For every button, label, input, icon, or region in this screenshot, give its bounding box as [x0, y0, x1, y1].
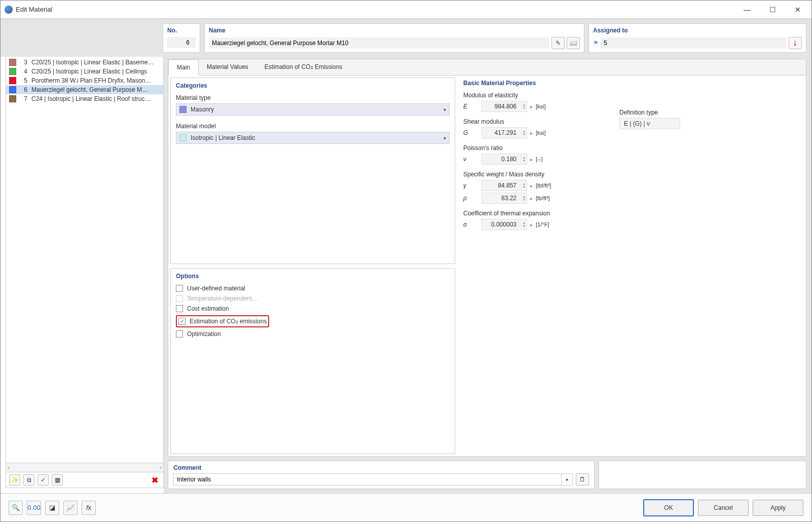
ok-button[interactable]: OK — [643, 499, 694, 516]
material-list-panel: List 1C30/37 | Isotropic | Linear Elasti… — [6, 57, 164, 488]
link-out-icon[interactable]: ▸ — [530, 222, 533, 228]
optimization-checkbox[interactable]: Optimization — [176, 330, 450, 338]
comment-panel: Comment ▾ 🗒 — [168, 461, 595, 489]
color-swatch-icon — [9, 68, 16, 75]
name-label: Name — [209, 27, 580, 34]
left-column: Categories Material type Masonry ▾ Mater… — [168, 76, 457, 456]
main-area: List 1C30/37 | Isotropic | Linear Elasti… — [1, 57, 811, 493]
material-type-color-swatch — [179, 106, 187, 113]
edit-material-window: Edit Material — ☐ ✕ No. Name ✎ 📖 Assigne… — [0, 0, 812, 522]
E-input[interactable]: 984.806▲▼ — [482, 101, 527, 112]
nu-input[interactable]: 0.180▲▼ — [482, 154, 527, 165]
def-type-value[interactable]: E | (G) | ν — [619, 118, 680, 129]
link-out-icon[interactable]: ▸ — [530, 130, 533, 136]
cancel-button[interactable]: Cancel — [698, 500, 749, 516]
sort-icon[interactable]: ✓ — [38, 474, 49, 486]
delete-icon[interactable]: ✖ — [149, 474, 160, 486]
rho-input[interactable]: 83.22▲▼ — [482, 193, 527, 204]
G-input[interactable]: 417.291▲▼ — [482, 127, 527, 138]
units-icon[interactable]: 0.00 — [27, 501, 41, 515]
graph-icon[interactable]: 📈 — [63, 501, 78, 515]
color-swatch-icon — [9, 86, 16, 93]
assigned-label: Assigned to — [593, 27, 802, 34]
tab-material-values[interactable]: Material Values — [199, 59, 256, 75]
color-swatch-icon — [9, 95, 16, 102]
function-icon[interactable]: fx — [82, 501, 96, 515]
color-swatch-icon — [9, 77, 16, 84]
material-list: 1C30/37 | Isotropic | Linear Elastic | F… — [6, 57, 163, 463]
no-block: No. — [163, 23, 200, 53]
list-scrollbar[interactable]: ‹› — [6, 463, 163, 472]
apply-button[interactable]: Apply — [753, 500, 803, 516]
chevron-down-icon[interactable]: ▾ — [561, 474, 572, 485]
material-type-label: Material type — [176, 94, 450, 101]
material-model-label: Material model — [176, 123, 450, 130]
temperature-dependent-checkbox: Temperature-dependent... — [176, 295, 450, 302]
list-item[interactable]: 7C24 | Isotropic | Linear Elastic | Roof… — [6, 94, 163, 103]
prop-row-alpha: α 0.000003▲▼ ▸ [1/°F] — [463, 219, 800, 230]
library-icon[interactable]: 📖 — [567, 37, 580, 49]
link-out-icon[interactable]: ▸ — [530, 104, 533, 109]
assigned-flag-icon: ⚑ — [593, 40, 599, 47]
no-input[interactable] — [167, 37, 196, 48]
color-icon[interactable]: ◪ — [45, 501, 59, 515]
user-defined-checkbox[interactable]: User-defined material — [176, 285, 450, 292]
maximize-button[interactable]: ☐ — [760, 2, 785, 17]
link-out-icon[interactable]: ▸ — [530, 196, 533, 201]
pick-assigned-icon[interactable]: ⭳ — [789, 37, 802, 49]
filter-icon[interactable]: ▦ — [52, 474, 63, 486]
link-out-icon[interactable]: ▸ — [530, 183, 533, 189]
comment-field[interactable]: ▾ — [173, 473, 573, 486]
chevron-down-icon: ▾ — [444, 107, 446, 113]
material-model-color-swatch — [179, 134, 187, 141]
name-input[interactable] — [209, 38, 549, 49]
co2-emissions-checkbox[interactable]: Estimation of CO₂ emissions — [178, 318, 267, 325]
gamma-input[interactable]: 84.857▲▼ — [482, 180, 527, 191]
assigned-input[interactable] — [601, 38, 787, 49]
categories-title: Categories — [176, 82, 450, 89]
options-panel: Options User-defined material Temperatur… — [170, 268, 455, 455]
copy-item-icon[interactable]: ⧉ — [23, 474, 34, 486]
right-area: Main Material Values Estimation of CO₂ E… — [164, 57, 811, 493]
list-item[interactable]: 4C20/25 | Isotropic | Linear Elastic | C… — [6, 67, 163, 76]
cost-estimation-checkbox[interactable]: Cost estimation — [176, 305, 450, 312]
minimize-button[interactable]: — — [734, 2, 760, 17]
material-type-dropdown[interactable]: Masonry ▾ — [176, 103, 450, 116]
modulus-label: Modulus of elasticity — [463, 92, 800, 99]
color-swatch-icon — [9, 59, 16, 66]
sw-label: Specific weight / Mass density — [463, 171, 800, 178]
side-empty-panel — [599, 461, 806, 489]
tab-main[interactable]: Main — [168, 59, 199, 76]
footer: 🔍 0.00 ◪ 📈 fx OK Cancel Apply — [1, 493, 811, 521]
categories-panel: Categories Material type Masonry ▾ Mater… — [170, 78, 455, 264]
list-item[interactable]: 5Porotherm 38 W.i Plan EFH Dryfix, Mason… — [6, 76, 163, 85]
link-out-icon[interactable]: ▸ — [530, 157, 533, 162]
no-label: No. — [167, 27, 196, 34]
prop-row-gamma: γ 84.857▲▼ ▸ [lbf/ft³] — [463, 180, 800, 191]
chevron-down-icon: ▾ — [444, 135, 446, 141]
list-toolbar: ✨ ⧉ ✓ ▦ ✖ — [6, 472, 163, 488]
new-item-icon[interactable]: ✨ — [9, 474, 20, 486]
poisson-label: Poisson's ratio — [463, 144, 800, 152]
close-button[interactable]: ✕ — [785, 2, 810, 17]
options-title: Options — [176, 273, 450, 280]
name-block: Name ✎ 📖 — [204, 23, 584, 53]
tab-co2[interactable]: Estimation of CO₂ Emissions — [256, 59, 351, 75]
list-item[interactable]: 3C20/25 | Isotropic | Linear Elastic | B… — [6, 58, 163, 67]
tabs: Main Material Values Estimation of CO₂ E… — [168, 59, 806, 76]
top-input-row: No. Name ✎ 📖 Assigned to ⚑ ⭳ — [1, 19, 811, 57]
prop-row-rho: ρ 83.22▲▼ ▸ [lb/ft³] — [463, 193, 800, 204]
comment-input[interactable] — [174, 474, 561, 485]
properties-title: Basic Material Properties — [463, 80, 800, 87]
tabs-container: Main Material Values Estimation of CO₂ E… — [168, 59, 806, 457]
titlebar: Edit Material — ☐ ✕ — [1, 1, 811, 19]
comment-action-icon[interactable]: 🗒 — [576, 473, 589, 486]
window-controls: — ☐ ✕ — [734, 2, 810, 17]
tab-body: Categories Material type Masonry ▾ Mater… — [168, 76, 806, 456]
search-settings-icon[interactable]: 🔍 — [9, 501, 23, 515]
edit-name-icon[interactable]: ✎ — [551, 37, 565, 49]
cte-label: Coefficient of thermal expansion — [463, 210, 800, 217]
alpha-input[interactable]: 0.000003▲▼ — [482, 219, 527, 230]
material-model-dropdown[interactable]: Isotropic | Linear Elastic ▾ — [176, 132, 450, 144]
list-item[interactable]: 6Mauerziegel gelocht, General Purpose M… — [6, 85, 163, 94]
